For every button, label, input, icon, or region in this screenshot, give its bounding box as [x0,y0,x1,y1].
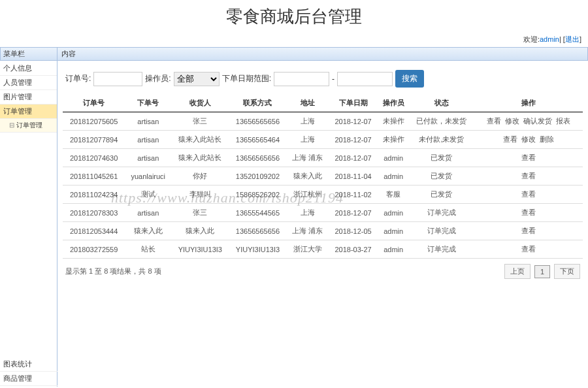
cell-actions: 查看 [474,204,583,222]
col-header: 操作员 [378,94,409,112]
cell-date: 2018-12-07 [329,131,378,149]
action-link[interactable]: 查看 [521,245,536,253]
sidebar-subitem-label: 订单管理 [16,121,42,129]
sidebar-item-orders[interactable]: 订单管理 [0,105,57,119]
col-header: 下单号 [125,94,171,112]
cell-orderNo: 201812078303 [63,204,125,222]
cell-orderNo: 201812075605 [63,112,125,131]
cell-actions: 查看 [474,186,583,204]
action-link[interactable]: 确认发货 [523,117,552,125]
date-range-label: 下单日期范围: [222,73,271,84]
action-link[interactable]: 删除 [540,135,554,143]
cell-addr: 猿来入此 [287,167,329,186]
col-header: 地址 [287,94,329,112]
cell-status: 已发货 [409,149,474,167]
sidebar-item-users[interactable]: 人员管理 [0,76,57,90]
cell-date: 2018-12-07 [329,149,378,167]
cell-receiver: 张三 [171,204,229,222]
action-link[interactable]: 查看 [521,190,536,198]
cell-phone: 15868526202 [229,186,286,204]
username-link[interactable]: admin [540,35,559,43]
cell-placer: 站长 [125,240,171,259]
cell-date: 2018-11-02 [329,186,378,204]
action-link[interactable]: 查看 [503,135,517,143]
app-header: 零食商城后台管理 [0,0,588,33]
cell-addr: 上海 [287,112,329,131]
cell-orderNo: 201811045261 [63,167,125,186]
cell-addr: 浙江杭州 [287,186,329,204]
cell-actions: 查看 [474,167,583,186]
cell-phone: 13520109202 [229,167,286,186]
cell-date: 2018-12-05 [329,222,378,240]
cell-addr: 上海 [287,204,329,222]
operator-select[interactable]: 全部 [174,72,220,86]
user-bar: 欢迎:admin| [退出] [0,33,588,47]
orders-table: 订单号下单号收货人联系方式地址下单日期操作员状态操作 201812075605a… [63,94,583,259]
cell-placer: artisan [125,204,171,222]
date-to-input[interactable] [337,72,393,86]
logout-link[interactable]: 退出 [565,35,580,43]
cell-actions: 查看 [474,240,583,259]
next-page-button[interactable]: 下页 [554,264,580,279]
cell-op: 客服 [378,186,409,204]
cell-addr: 上海 [287,131,329,149]
pager: 上页 1 下页 [504,264,580,279]
table-row: 201803272559站长YIUYI3IU13I3YIUYI3IU13I3浙江… [63,240,583,259]
cell-orderNo: 201811024234 [63,186,125,204]
cell-orderNo: 201803272559 [63,240,125,259]
cell-receiver: 猿来入此站长 [171,149,229,167]
table-row: 201812078303artisan张三13655544565上海2018-1… [63,204,583,222]
action-link[interactable]: 查看 [521,154,536,161]
cell-phone: YIUYI3IU13I3 [229,240,286,259]
cell-receiver: 猿来入此 [171,222,229,240]
cell-orderNo: 201812077894 [63,131,125,149]
date-sep: - [332,74,335,84]
cell-status: 已发货 [409,186,474,204]
sidebar: 菜单栏 个人信息 人员管理 图片管理 订单管理 ⊟ 订单管理 图表统计 商品管理 [0,47,57,387]
date-from-input[interactable] [274,72,329,86]
cell-orderNo: 201812074630 [63,149,125,167]
page-number[interactable]: 1 [534,265,550,278]
search-button[interactable]: 搜索 [395,70,424,88]
cell-status: 已付款，未发货 [409,112,474,131]
cell-op: admin [378,167,409,186]
content-area: 内容 订单号: 操作员: 全部 下单日期范围: - 搜索 订单号下单号收货人联系… [57,47,588,387]
sidebar-item-charts[interactable]: 图表统计 [0,357,57,372]
cell-date: 2018-03-27 [329,240,378,259]
table-row: 201812077894artisan猿来入此站长13656565464上海20… [63,131,583,149]
cell-status: 未付款,未发货 [409,131,474,149]
cell-receiver: 猿来入此站长 [171,131,229,149]
cell-actions: 查看 [474,149,583,167]
cell-placer: 猿来入此 [125,222,171,240]
cell-orderNo: 201812053444 [63,222,125,240]
sidebar-subitem-orders[interactable]: ⊟ 订单管理 [0,119,57,133]
sidebar-header: 菜单栏 [0,47,57,61]
action-link[interactable]: 报表 [556,117,570,125]
sidebar-item-profile[interactable]: 个人信息 [0,61,57,76]
filter-bar: 订单号: 操作员: 全部 下单日期范围: - 搜索 [63,66,583,94]
cell-phone: 13656565656 [229,222,286,240]
order-no-input[interactable] [93,72,142,86]
action-link[interactable]: 查看 [487,117,501,125]
sidebar-item-images[interactable]: 图片管理 [0,90,57,105]
cell-date: 2018-11-04 [329,167,378,186]
cell-status: 订单完成 [409,204,474,222]
col-header: 状态 [409,94,474,112]
cell-phone: 13655544565 [229,204,286,222]
action-link[interactable]: 查看 [521,172,536,180]
cell-phone: 13656565656 [229,112,286,131]
table-row: 201812053444猿来入此猿来入此13656565656上海 浦东2018… [63,222,583,240]
cell-op: admin [378,240,409,259]
cell-receiver: 张三 [171,112,229,131]
action-link[interactable]: 修改 [521,135,536,143]
prev-page-button[interactable]: 上页 [504,264,531,279]
cell-receiver: YIUYI3IU13I3 [171,240,229,259]
action-link[interactable]: 查看 [521,208,536,216]
action-link[interactable]: 修改 [505,117,519,125]
sidebar-item-goods[interactable]: 商品管理 [0,372,57,386]
cell-op: admin [378,222,409,240]
summary-text: 显示第 1 至 8 项结果，共 8 项 [65,267,161,276]
cell-actions: 查看修改删除 [474,131,583,149]
order-no-label: 订单号: [65,73,91,84]
action-link[interactable]: 查看 [521,227,536,234]
